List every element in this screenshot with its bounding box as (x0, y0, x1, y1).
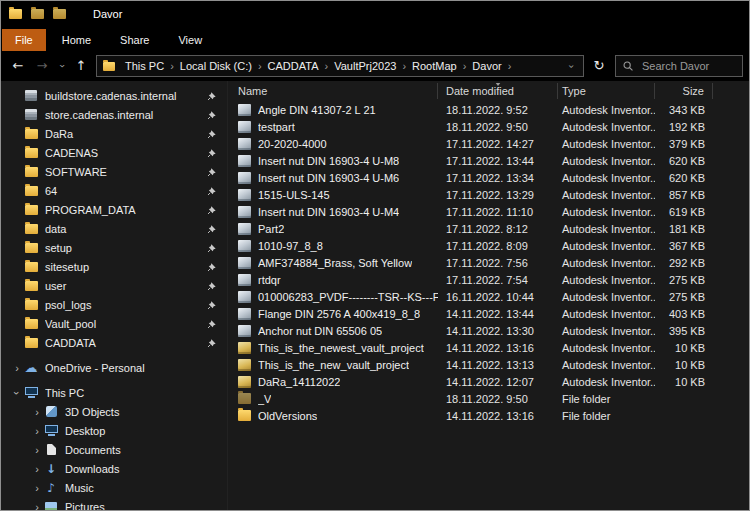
ribbon-tab[interactable]: File (2, 29, 46, 51)
file-row[interactable]: testpart 18.11.2022. 9:50 Autodesk Inven… (228, 118, 749, 135)
sidebar-item[interactable]: buildstore.cadenas.internal (1, 86, 227, 105)
file-icon (238, 410, 251, 421)
ribbon-tab[interactable]: View (165, 29, 215, 51)
expand-chevron-icon[interactable] (31, 482, 43, 494)
column-header[interactable]: Type (558, 83, 655, 99)
file-row[interactable]: OldVersions 14.11.2022. 13:16 File folde… (228, 407, 749, 424)
file-row[interactable]: AMF374884_Brass, Soft Yellow 17.11.2022.… (228, 254, 749, 271)
file-row[interactable]: Angle DIN 41307-2 L 21 18.11.2022. 9:52 … (228, 101, 749, 118)
file-name: Anchor nut DIN 65506 05 (258, 325, 382, 337)
explorer-app-icon (9, 9, 22, 19)
sidebar-item-icon (25, 243, 38, 253)
file-row[interactable]: Anchor nut DIN 65506 05 14.11.2022. 13:3… (228, 322, 749, 339)
sidebar-item-label: store.cadenas.internal (45, 109, 201, 121)
sidebar-item[interactable]: PROGRAM_DATA (1, 200, 227, 219)
ribbon-tab[interactable]: Share (107, 29, 162, 51)
column-header[interactable]: Size (655, 83, 713, 99)
sidebar-item[interactable]: Vault_pool (1, 314, 227, 333)
file-row[interactable]: This_is_the_new_vault_project 14.11.2022… (228, 356, 749, 373)
file-row[interactable]: 1515-ULS-145 17.11.2022. 13:29 Autodesk … (228, 186, 749, 203)
file-icon (238, 257, 251, 269)
file-row[interactable]: 1010-97_8_8 17.11.2022. 8:09 Autodesk In… (228, 237, 749, 254)
column-header[interactable]: Name (228, 83, 438, 99)
expand-chevron-icon[interactable] (31, 501, 43, 511)
breadcrumb-segment[interactable]: CADDATA (263, 60, 324, 72)
sidebar-item[interactable]: Downloads (1, 459, 227, 478)
file-row[interactable]: DaRa_14112022 14.11.2022. 12:07 Autodesk… (228, 373, 749, 390)
file-row[interactable]: Insert nut DIN 16903-4 U-M6 17.11.2022. … (228, 169, 749, 186)
qat-folder-icon-2[interactable] (53, 9, 66, 19)
expand-chevron-icon[interactable] (11, 362, 23, 374)
sidebar-item[interactable]: CADENAS (1, 143, 227, 162)
sidebar-item-label: data (45, 223, 201, 235)
up-button[interactable] (70, 55, 92, 77)
sidebar-item[interactable]: OneDrive - Personal (1, 358, 227, 377)
expand-chevron-icon[interactable] (31, 406, 43, 418)
address-dropdown-icon[interactable] (562, 61, 580, 72)
breadcrumb-segment[interactable]: VaultPrj2023 (329, 60, 401, 72)
file-date-modified: 17.11.2022. 7:54 (438, 274, 558, 286)
sidebar-item[interactable]: Desktop (1, 421, 227, 440)
search-input[interactable] (640, 59, 736, 73)
sidebar-item[interactable]: user (1, 276, 227, 295)
titlebar[interactable]: Davor (1, 1, 749, 27)
file-icon (238, 206, 251, 218)
qat-folder-icon-1[interactable] (31, 9, 44, 19)
file-size: 292 KB (655, 257, 713, 269)
sidebar-item[interactable]: 3D Objects (1, 402, 227, 421)
breadcrumb-segment[interactable]: This PC (120, 60, 169, 72)
address-breadcrumb-bar[interactable]: This PC Local Disk (C:) CADDATA VaultPrj… (96, 55, 584, 77)
refresh-button[interactable] (588, 55, 610, 77)
file-row[interactable]: Insert nut DIN 16903-4 U-M4 17.11.2022. … (228, 203, 749, 220)
back-button[interactable] (7, 55, 29, 77)
sidebar-item[interactable]: CADDATA (1, 333, 227, 352)
sidebar-item-icon (25, 167, 38, 177)
sidebar-item[interactable]: psol_logs (1, 295, 227, 314)
explorer-window: Davor File Home Share View This PC Loc (0, 0, 750, 511)
file-row[interactable]: 20-2020-4000 17.11.2022. 14:27 Autodesk … (228, 135, 749, 152)
file-name: 1010-97_8_8 (258, 240, 323, 252)
file-row[interactable]: 010006283_PVDF--------TSR--KS---FG--... … (228, 288, 749, 305)
file-row[interactable]: This_is_the_newest_vault_project 14.11.2… (228, 339, 749, 356)
sidebar-item[interactable]: data (1, 219, 227, 238)
file-icon (238, 104, 251, 116)
file-row[interactable]: Flange DIN 2576 A 400x419_8_8 14.11.2022… (228, 305, 749, 322)
ribbon-tab[interactable]: Home (49, 29, 104, 51)
forward-button[interactable] (31, 55, 53, 77)
file-date-modified: 17.11.2022. 8:09 (438, 240, 558, 252)
file-date-modified: 17.11.2022. 13:29 (438, 189, 558, 201)
file-row[interactable]: Insert nut DIN 16903-4 U-M8 17.11.2022. … (228, 152, 749, 169)
sidebar-item[interactable]: DaRa (1, 124, 227, 143)
pin-icon (205, 338, 219, 348)
sidebar-item[interactable]: SOFTWARE (1, 162, 227, 181)
sidebar-item[interactable]: store.cadenas.internal (1, 105, 227, 124)
column-header[interactable]: Date modified (438, 83, 558, 99)
sidebar-item[interactable]: This PC (1, 383, 227, 402)
sidebar-item-label: Pictures (65, 501, 201, 511)
expand-chevron-icon[interactable] (31, 444, 43, 456)
expand-chevron-icon[interactable] (31, 463, 43, 475)
sidebar-item[interactable]: Music (1, 478, 227, 497)
sidebar-item[interactable]: sitesetup (1, 257, 227, 276)
breadcrumb-segment[interactable]: Local Disk (C:) (175, 60, 257, 72)
sidebar-item-label: user (45, 280, 201, 292)
sidebar-item-label: setup (45, 242, 201, 254)
file-row[interactable]: rtdqr 17.11.2022. 7:54 Autodesk Inventor… (228, 271, 749, 288)
sidebar-item[interactable]: Pictures (1, 497, 227, 510)
recent-locations-chevron-icon[interactable] (55, 55, 68, 77)
file-type: Autodesk Inventor... (558, 155, 655, 167)
sidebar-item[interactable]: Documents (1, 440, 227, 459)
file-type: Autodesk Inventor... (558, 206, 655, 218)
expand-chevron-icon[interactable] (31, 425, 43, 437)
expand-chevron-icon[interactable] (11, 387, 23, 399)
breadcrumb-segment[interactable]: RootMap (407, 60, 462, 72)
file-name: Insert nut DIN 16903-4 U-M8 (258, 155, 399, 167)
sidebar-item[interactable]: setup (1, 238, 227, 257)
search-box[interactable] (615, 55, 743, 77)
file-size: 181 KB (655, 223, 713, 235)
file-name-cell: OldVersions (228, 410, 438, 422)
file-row[interactable]: _V 18.11.2022. 9:50 File folder (228, 390, 749, 407)
sidebar-item[interactable]: 64 (1, 181, 227, 200)
breadcrumb-segment[interactable]: Davor (467, 60, 506, 72)
file-row[interactable]: Part2 17.11.2022. 8:12 Autodesk Inventor… (228, 220, 749, 237)
